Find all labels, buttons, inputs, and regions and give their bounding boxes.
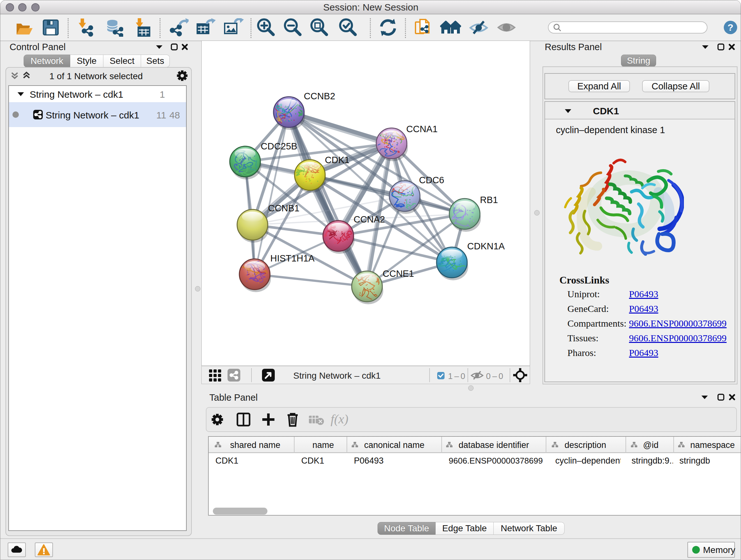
svg-text:CDC25B: CDC25B (261, 141, 297, 151)
svg-text:CDKN1A: CDKN1A (467, 241, 505, 251)
svg-text:CCNA2: CCNA2 (354, 214, 385, 225)
svg-text:RB1: RB1 (480, 195, 498, 205)
svg-text:CDK1: CDK1 (325, 155, 349, 165)
svg-text:CCNE1: CCNE1 (383, 268, 414, 279)
svg-text:CCNB1: CCNB1 (268, 203, 299, 213)
svg-text:HIST1H1A: HIST1H1A (270, 253, 315, 263)
svg-text:CCNA1: CCNA1 (406, 124, 437, 134)
svg-text:CDC6: CDC6 (419, 175, 444, 185)
svg-text:CCNB2: CCNB2 (304, 91, 335, 101)
